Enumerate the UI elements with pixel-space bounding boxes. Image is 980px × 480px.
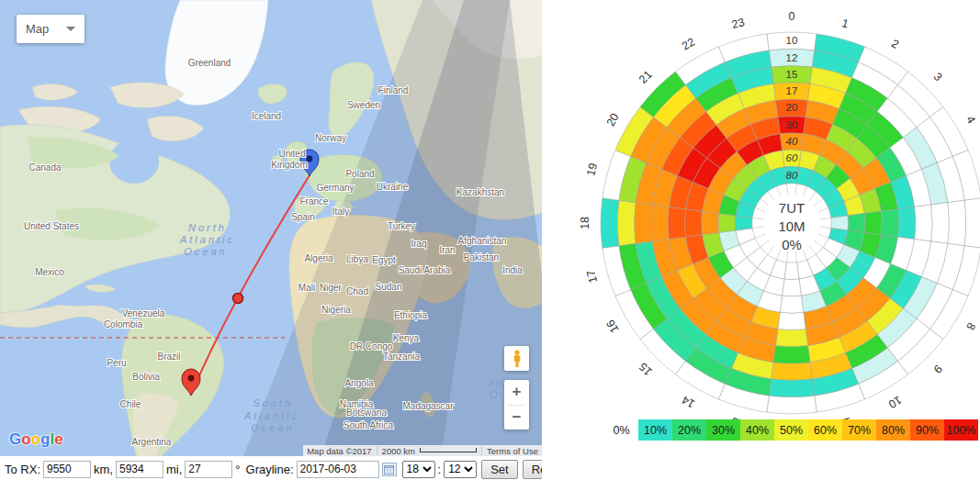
hour-label-17: 17 (584, 269, 600, 285)
ocean-label: North (188, 222, 227, 233)
pegman-icon (511, 350, 524, 368)
center-spoke (795, 251, 797, 262)
map-label: Ethiopia (394, 310, 428, 320)
cell-h12-ring12 (769, 379, 814, 397)
calendar-picker-button[interactable] (382, 463, 397, 476)
center-spoke (776, 186, 781, 196)
cell-h12-ring20 (775, 329, 807, 346)
center-spoke (752, 218, 763, 219)
terms-of-use-link[interactable]: Terms of Use (487, 446, 538, 456)
map-label: South Africa (344, 420, 393, 430)
hour-label-14: 14 (680, 393, 697, 410)
legend-swatch-50%: 50% (774, 419, 808, 441)
center-label-2: 0% (782, 237, 802, 252)
map-label: Mali (299, 283, 315, 293)
map-label: Mexico (35, 267, 64, 277)
cell-h12-ring60 (783, 279, 802, 296)
cell-h18-ring17 (651, 205, 669, 241)
calendar-icon (384, 464, 394, 474)
map-label: Spain (291, 212, 315, 222)
map-label: Afghanistan (458, 236, 507, 246)
center-label-0: 7UT (779, 200, 805, 216)
propagation-wheel-chart: 0123456789101112131415161718192021222310… (542, 0, 980, 419)
chevron-down-icon (66, 27, 75, 31)
map-label: Germany (316, 183, 354, 193)
degree-label: ° (235, 463, 240, 476)
ring-label-60: 60 (786, 152, 798, 163)
center-spoke (803, 250, 807, 260)
hour-label-16: 16 (604, 318, 622, 335)
legend-swatch-100%: 100% (944, 419, 978, 441)
propagation-wheel-panel: 0123456789101112131415161718192021222310… (542, 0, 980, 480)
center-spoke (755, 234, 765, 239)
map-label: Egypt (372, 255, 396, 265)
legend-swatch-0%: 0% (604, 419, 638, 441)
cell-h12-ring17 (773, 346, 810, 363)
map-label: Canada (28, 162, 61, 173)
cell-h18-ring12 (617, 200, 636, 245)
legend-swatch-90%: 90% (910, 419, 944, 441)
grayline-minute-select[interactable]: 12 (444, 461, 477, 478)
center-spoke (818, 234, 828, 239)
hour-label-10: 10 (886, 393, 904, 410)
map-data-text: Map data ©2017 (307, 446, 371, 456)
km-input[interactable] (43, 461, 91, 478)
cell-h6-ring20 (897, 207, 915, 239)
center-spoke (809, 192, 816, 201)
map-label: Kingdom (271, 160, 307, 170)
center-spoke (768, 192, 774, 201)
cell-h12-ring40 (780, 296, 804, 313)
hour-label-0: 0 (789, 10, 795, 23)
midpoint-marker[interactable] (233, 294, 243, 304)
grayline-date-input[interactable] (297, 461, 379, 478)
map-label: Bolivia (132, 372, 160, 382)
zoom-in-button[interactable]: + (504, 380, 529, 405)
google-logo-letter: G (9, 430, 21, 448)
google-map[interactable]: CanadaUnited StatesMexicoGreenlandIcelan… (0, 0, 542, 456)
km-label: km, (94, 463, 113, 476)
grayline-hour-select[interactable]: 18 (402, 461, 435, 478)
map-label: Turkey (388, 221, 415, 231)
cell-h18-ring15 (635, 203, 653, 244)
legend-swatch-80%: 80% (876, 419, 910, 441)
zoom-out-button[interactable]: − (504, 406, 529, 430)
legend-swatch-20%: 20% (672, 419, 706, 441)
center-spoke (809, 246, 816, 255)
map-label: Angola (344, 378, 374, 388)
mi-label: mi, (166, 463, 182, 476)
center-spoke (760, 240, 770, 247)
mi-input[interactable] (116, 461, 163, 478)
cell-h6-ring30 (881, 209, 898, 237)
reliability-color-legend: 0%10%20%30%40%50%60%70%80%90%100% (604, 419, 978, 441)
set-button[interactable]: Set (481, 460, 518, 479)
cell-h18-ring60 (718, 214, 736, 233)
map-type-label: Map (26, 22, 49, 36)
map-label: Sudan (376, 282, 402, 292)
cell-h6-ring10 (964, 198, 980, 248)
hour-label-20: 20 (604, 111, 622, 128)
hour-label-15: 15 (636, 360, 655, 378)
map-canvas: CanadaUnited StatesMexicoGreenlandIcelan… (0, 0, 542, 456)
map-label: Poland (345, 169, 374, 179)
center-spoke (786, 184, 788, 195)
pegman-button[interactable] (504, 346, 529, 371)
hour-label-21: 21 (636, 68, 655, 86)
map-label: Greenland (188, 58, 231, 68)
map-label: United (279, 149, 306, 159)
hour-label-18: 18 (579, 217, 591, 229)
map-type-dropdown[interactable]: Map (17, 15, 84, 43)
bearing-input[interactable] (185, 461, 232, 478)
hour-label-1: 1 (840, 17, 850, 30)
cell-h12-ring15 (772, 363, 813, 381)
map-label: Tanzania (383, 352, 420, 362)
center-spoke (803, 186, 807, 196)
screen: CanadaUnited StatesMexicoGreenlandIcelan… (0, 0, 980, 480)
google-logo-letter: e (54, 430, 62, 448)
cell-h6-ring80 (831, 216, 849, 230)
center-spoke (820, 218, 831, 219)
map-label: Brazil (157, 352, 180, 362)
map-label: Finland (378, 85, 409, 95)
google-logo-letter: o (21, 430, 30, 448)
ocean-label: Ocean (184, 246, 227, 257)
map-label: DR Congo (350, 341, 393, 352)
